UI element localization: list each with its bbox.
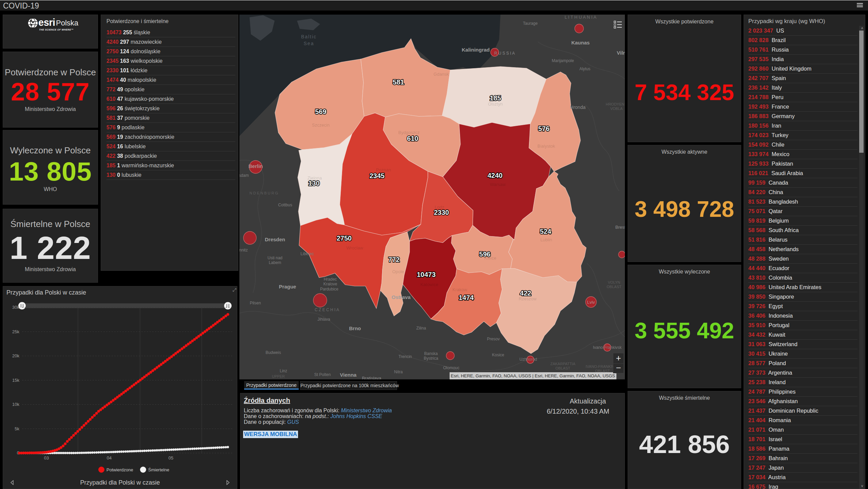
svg-text:Śmiertelne: Śmiertelne [148, 467, 169, 472]
svg-text:Presov: Presov [487, 337, 499, 341]
svg-text:Bystrica: Bystrica [424, 356, 438, 361]
svg-text:Pardubice: Pardubice [320, 287, 338, 291]
svg-text:04: 04 [107, 455, 112, 460]
svg-text:130: 130 [308, 180, 319, 187]
svg-text:610: 610 [407, 135, 418, 142]
svg-text:nnitz: nnitz [239, 248, 248, 252]
svg-text:VOBLA: VOBLA [610, 107, 623, 111]
svg-text:R U S S I A: R U S S I A [494, 51, 515, 56]
svg-text:Rzeszow: Rzeszow [519, 296, 537, 301]
svg-text:Hronda: Hronda [570, 105, 586, 110]
svg-text:HRODYEN: HRODYEN [606, 102, 624, 106]
svg-text:Marijampole: Marijampole [552, 58, 574, 63]
svg-text:Banska: Banska [424, 351, 438, 356]
svg-text:05: 05 [169, 455, 173, 460]
svg-text:VOLYN: VOLYN [608, 280, 620, 284]
svg-text:Opole: Opole [392, 269, 404, 274]
svg-text:Szczecin: Szczecin [312, 123, 330, 128]
svg-text:Przypadki dla Polski w czasie: Przypadki dla Polski w czasie [80, 479, 160, 486]
svg-text:03: 03 [44, 455, 49, 460]
svg-text:Hradec: Hradec [324, 277, 337, 282]
svg-text:10k: 10k [12, 402, 19, 407]
svg-text:Kaliningrad: Kaliningrad [462, 47, 490, 53]
svg-text:Vilnius: Vilnius [617, 50, 625, 56]
svg-text:Wroclaw: Wroclaw [346, 245, 363, 250]
svg-text:Nitra: Nitra [394, 370, 403, 374]
svg-text:C Z E C H I A: C Z E C H I A [315, 307, 339, 312]
svg-text:Sea: Sea [304, 41, 314, 46]
svg-text:Uzhhorod: Uzhhorod [519, 357, 537, 362]
svg-text:otsdam: otsdam [239, 173, 249, 178]
svg-text:OBLAST: OBLAST [607, 285, 622, 289]
svg-text:Krakow: Krakow [452, 287, 467, 292]
svg-text:Vienna: Vienna [340, 372, 357, 378]
svg-text:UPPER: UPPER [272, 374, 285, 378]
svg-text:Bratislava: Bratislava [362, 376, 381, 379]
svg-text:L I T H U A N I A: L I T H U A N I A [565, 15, 596, 20]
svg-text:Budweis: Budweis [265, 350, 281, 355]
svg-text:4240: 4240 [488, 172, 503, 179]
svg-text:20k: 20k [12, 353, 19, 358]
svg-text:Ostrava: Ostrava [392, 294, 411, 300]
svg-text:524: 524 [540, 228, 551, 235]
svg-text:5k: 5k [15, 426, 19, 431]
svg-text:576: 576 [538, 125, 549, 132]
svg-text:Kaunas: Kaunas [571, 40, 590, 45]
svg-text:Olomouc: Olomouc [443, 365, 459, 370]
svg-text:15k: 15k [12, 378, 19, 383]
svg-text:Bydgoszcz: Bydgoszcz [398, 130, 420, 135]
svg-text:ZAKARPATTIA: ZAKARPATTIA [550, 362, 575, 366]
svg-text:Pilsen: Pilsen [250, 301, 261, 305]
svg-text:30k: 30k [12, 305, 19, 310]
svg-text:Berlin: Berlin [249, 163, 263, 169]
svg-text:Katowice: Katowice [420, 282, 438, 287]
svg-text:Cottbus: Cottbus [278, 203, 292, 207]
svg-text:Baltic: Baltic [301, 34, 317, 39]
svg-text:Liberec: Liberec [300, 251, 314, 256]
svg-text:581: 581 [393, 78, 404, 86]
svg-text:N D E N B U R G: N D E N B U R G [250, 191, 278, 195]
svg-text:569: 569 [315, 108, 326, 115]
svg-text:Lublin: Lublin [540, 237, 552, 242]
svg-text:Bialystok: Bialystok [537, 144, 555, 149]
svg-text:Gdansk: Gdansk [434, 72, 449, 77]
svg-text:Usti nad: Usti nad [268, 256, 282, 260]
svg-text:772: 772 [388, 256, 399, 263]
svg-text:2330: 2330 [434, 209, 449, 216]
svg-text:25k: 25k [12, 329, 19, 334]
svg-text:Olsztyn: Olsztyn [488, 101, 502, 107]
svg-text:Ivano-Frankivsk: Ivano-Frankivsk [593, 345, 622, 350]
svg-text:Trencin: Trencin [398, 354, 412, 359]
svg-text:Potwierdzone: Potwierdzone [106, 467, 133, 472]
svg-text:Warsaw: Warsaw [490, 182, 506, 187]
svg-text:Dresden: Dresden [265, 237, 285, 242]
svg-text:Kosice: Kosice [492, 353, 504, 357]
svg-text:Jihlava: Jihlava [317, 317, 330, 322]
svg-text:Lviv: Lviv [587, 300, 595, 305]
svg-text:Linz: Linz [280, 369, 287, 373]
svg-text:1474: 1474 [459, 294, 474, 301]
svg-text:185: 185 [490, 94, 501, 102]
svg-text:Brest: Brest [615, 225, 625, 230]
svg-text:Taurage: Taurage [523, 21, 538, 26]
svg-text:10473: 10473 [417, 271, 436, 278]
svg-text:Prague: Prague [279, 284, 296, 289]
svg-text:2345: 2345 [370, 172, 385, 180]
svg-text:Labem: Labem [269, 260, 281, 265]
svg-text:Zilina: Zilina [416, 326, 426, 331]
svg-text:Brno: Brno [349, 325, 361, 331]
svg-text:OBLAST: OBLAST [555, 366, 570, 370]
svg-text:Kralove: Kralove [323, 282, 337, 286]
svg-text:422: 422 [520, 289, 531, 297]
svg-text:St Polten: St Polten [314, 372, 331, 377]
svg-text:Poznan: Poznan [376, 167, 391, 172]
svg-text:2750: 2750 [337, 234, 352, 242]
svg-text:596: 596 [479, 250, 490, 258]
svg-text:Alytus: Alytus [579, 67, 591, 71]
